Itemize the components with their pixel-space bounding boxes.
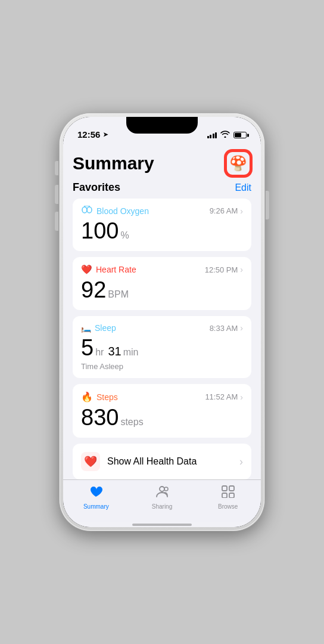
- screen-content: 12:56 ➤: [63, 117, 261, 527]
- heart-rate-title: Heart Rate: [96, 265, 136, 274]
- svg-rect-7: [222, 486, 227, 491]
- phone-frame: 12:56 ➤: [60, 113, 264, 531]
- time-display: 12:56: [77, 129, 100, 140]
- steps-card[interactable]: 🔥 Steps 11:52 AM › 830 steps: [73, 384, 251, 438]
- browse-tab-label: Browse: [218, 503, 238, 510]
- steps-unit: steps: [120, 417, 143, 428]
- heart-rate-value: 92: [81, 277, 106, 303]
- home-indicator: [132, 524, 192, 526]
- steps-value: 830: [81, 405, 119, 431]
- sleep-minutes-unit: min: [123, 347, 139, 358]
- tab-sharing[interactable]: Sharing: [129, 485, 195, 510]
- blood-oxygen-chevron: ›: [240, 206, 243, 216]
- blood-oxygen-value: 100: [81, 218, 119, 244]
- status-bar: 12:56 ➤: [63, 117, 261, 143]
- battery-icon: [233, 132, 247, 138]
- show-all-label: Show All Health Data: [107, 456, 197, 467]
- health-heart-icon: ❤️: [84, 455, 97, 468]
- tab-browse[interactable]: Browse: [195, 485, 261, 510]
- svg-rect-9: [222, 493, 227, 498]
- sleep-hours-unit: hr: [95, 347, 104, 358]
- heart-rate-unit: BPM: [108, 289, 129, 300]
- heart-rate-time: 12:50 PM ›: [205, 265, 243, 274]
- status-time: 12:56 ➤: [77, 129, 108, 140]
- sleep-chevron: ›: [240, 323, 243, 333]
- heart-rate-chevron: ›: [240, 265, 243, 274]
- heart-rate-icon: ❤️: [81, 264, 92, 275]
- steps-time: 11:52 AM ›: [205, 392, 243, 402]
- main-scroll[interactable]: Summary 🍄 Favorites Edit: [63, 143, 261, 479]
- browse-tab-icon: [221, 485, 235, 501]
- blood-oxygen-time: 9:26 AM ›: [210, 206, 243, 216]
- sleep-sub-label: Time Asleep: [81, 362, 243, 371]
- svg-point-1: [87, 207, 92, 213]
- wifi-icon: [220, 131, 230, 140]
- sleep-icon: 🛏️: [81, 323, 91, 333]
- blood-oxygen-title: Blood Oxygen: [96, 206, 149, 216]
- page-header: Summary 🍄: [73, 143, 251, 181]
- favorites-title: Favorites: [73, 181, 120, 194]
- tab-summary[interactable]: Summary: [63, 485, 129, 510]
- health-icon-box: ❤️: [81, 452, 100, 471]
- sleep-hours-value: 5: [81, 335, 94, 361]
- sharing-tab-icon: [154, 485, 170, 501]
- blood-oxygen-unit: %: [120, 230, 129, 241]
- svg-point-5: [160, 487, 164, 491]
- steps-chevron: ›: [240, 392, 243, 402]
- phone-screen: 12:56 ➤: [63, 117, 261, 527]
- location-icon: ➤: [103, 131, 108, 138]
- heart-rate-card[interactable]: ❤️ Heart Rate 12:50 PM › 92 BPM: [73, 257, 251, 310]
- show-all-chevron: ›: [239, 456, 243, 468]
- home-indicator-bar: [63, 522, 261, 527]
- sleep-time: 8:33 AM ›: [210, 323, 243, 333]
- power-button[interactable]: [266, 191, 269, 219]
- blood-oxygen-icon: [81, 206, 93, 216]
- volume-down-button[interactable]: [55, 212, 58, 231]
- show-all-health-card[interactable]: ❤️ Show All Health Data ›: [73, 444, 251, 479]
- svg-point-0: [82, 207, 87, 213]
- sharing-tab-label: Sharing: [152, 503, 172, 510]
- steps-icon: 🔥: [81, 391, 93, 402]
- svg-rect-8: [229, 486, 234, 491]
- sleep-card[interactable]: 🛏️ Sleep 8:33 AM › 5 hr 31 min: [73, 316, 251, 378]
- edit-button[interactable]: Edit: [235, 182, 251, 193]
- svg-rect-10: [229, 493, 234, 498]
- summary-tab-icon: [89, 485, 103, 501]
- silent-button[interactable]: [55, 161, 58, 175]
- favorites-header: Favorites Edit: [73, 181, 251, 194]
- tab-bar: Summary Sharing: [63, 479, 261, 522]
- summary-tab-label: Summary: [83, 503, 109, 510]
- blood-oxygen-card[interactable]: Blood Oxygen 9:26 AM › 100 %: [73, 199, 251, 251]
- app-icon-button[interactable]: 🍄: [225, 150, 251, 177]
- sleep-title: Sleep: [95, 323, 116, 333]
- sleep-minutes-value: 31: [108, 345, 121, 358]
- steps-title: Steps: [96, 392, 118, 402]
- signal-icon: [207, 132, 217, 138]
- volume-up-button[interactable]: [55, 185, 58, 204]
- status-icons: [207, 131, 247, 140]
- page-title: Summary: [73, 153, 154, 174]
- notch: [126, 117, 198, 134]
